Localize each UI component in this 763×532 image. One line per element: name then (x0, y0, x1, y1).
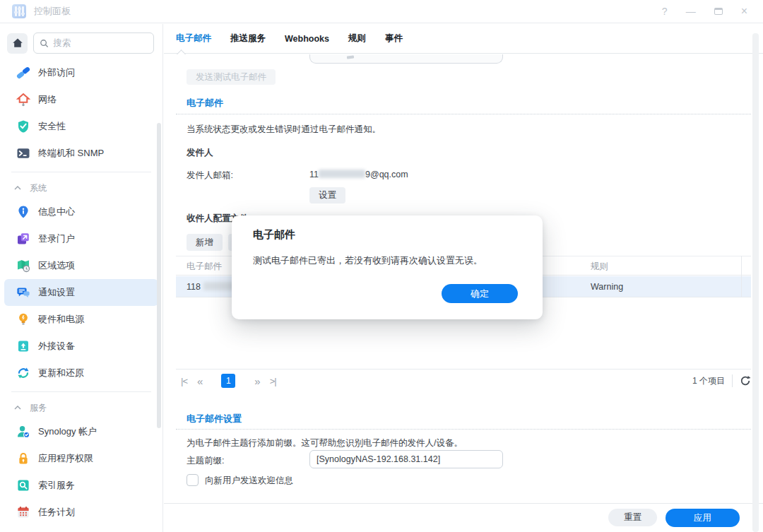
sidebar-item-info-center[interactable]: 信息中心 (4, 199, 158, 225)
clipped-dropdown-remnant[interactable] (309, 54, 503, 64)
search-input[interactable] (53, 38, 148, 48)
login-portal-icon (16, 232, 30, 246)
dialog-ok-button[interactable]: 确定 (442, 284, 518, 303)
chevron-up-icon (14, 186, 21, 190)
setup-button[interactable]: 设置 (309, 187, 345, 203)
notification-icon (16, 285, 30, 300)
shield-icon (16, 119, 30, 134)
external-device-icon (16, 339, 30, 353)
minimize-icon[interactable]: — (686, 6, 696, 16)
sidebar-item-external-devices[interactable]: 外接设备 (4, 333, 158, 360)
sidebar-item-notification-settings[interactable]: 通知设置 (4, 279, 158, 306)
regional-map-icon (16, 259, 30, 273)
send-test-email-button[interactable]: 发送测试电子邮件 (187, 69, 276, 85)
sidebar: 外部访问 网络 安全性 终端机和 SNMP 系统 (0, 24, 163, 532)
calendar-icon (16, 505, 30, 519)
sender-email-redacted (319, 170, 365, 178)
email-section-description: 当系统状态更改或发生错误时通过电子邮件通知。 (187, 124, 381, 136)
section-divider (176, 114, 751, 114)
add-button[interactable]: 新增 (187, 234, 223, 251)
sidebar-item-label: 任务计划 (38, 506, 75, 519)
email-settings-description: 为电子邮件主题行添加前缀。这可帮助您识别电子邮件的发件人/设备。 (187, 437, 463, 449)
sender-email-suffix: 9@qq.com (365, 170, 408, 179)
sidebar-item-synology-account[interactable]: Synology 帐户 (4, 418, 158, 445)
tab-webhooks[interactable]: Webhooks (285, 34, 329, 44)
sidebar-item-label: 通知设置 (38, 286, 75, 299)
tab-bar: 电子邮件 推送服务 Webhooks 规则 事件 (164, 24, 763, 54)
sidebar-item-label: 区域选项 (38, 259, 75, 272)
sidebar-item-terminal-snmp[interactable]: 终端机和 SNMP (4, 140, 158, 167)
email-test-dialog: 电子邮件 测试电子邮件已寄出，若没有收到请再次确认设置无误。 确定 (232, 215, 543, 319)
column-header-email[interactable]: 电子邮件 (187, 256, 222, 276)
sidebar-item-network[interactable]: 网络 (4, 86, 158, 113)
column-header-rule[interactable]: 规则 (591, 256, 608, 276)
last-page-icon[interactable]: >| (265, 376, 281, 386)
sidebar-item-hardware-power[interactable]: 硬件和电源 (4, 306, 158, 333)
lock-icon (16, 451, 30, 466)
sidebar-item-task-scheduler[interactable]: 任务计划 (4, 499, 158, 526)
sender-email-value: 119@qq.com (309, 170, 408, 179)
sidebar-item-label: 外部访问 (38, 66, 75, 79)
sidebar-section-system[interactable]: 系统 (0, 177, 162, 199)
sidebar-item-label: 更新和还原 (38, 367, 84, 379)
sidebar-item-label: 外接设备 (38, 340, 75, 353)
sidebar-item-label: 硬件和电源 (38, 313, 84, 326)
reset-button[interactable]: 重置 (608, 509, 657, 526)
sidebar-item-security[interactable]: 安全性 (4, 113, 158, 140)
subject-prefix-input[interactable] (309, 450, 503, 468)
sidebar-item-label: 安全性 (38, 120, 66, 133)
sidebar-item-app-privileges[interactable]: 应用程序权限 (4, 445, 158, 472)
tab-push-service[interactable]: 推送服务 (230, 32, 266, 45)
update-restore-icon (16, 366, 30, 380)
sidebar-section-services[interactable]: 服务 (0, 397, 162, 418)
external-access-icon (16, 66, 30, 80)
sender-header: 发件人 (187, 147, 213, 159)
sidebar-item-update-restore[interactable]: 更新和还原 (4, 360, 158, 386)
help-icon[interactable]: ? (662, 6, 668, 16)
welcome-message-checkbox[interactable] (187, 474, 199, 486)
account-icon (16, 425, 30, 439)
welcome-message-label: 向新用户发送欢迎信息 (205, 475, 293, 487)
close-icon[interactable]: × (741, 6, 747, 17)
row-rule-value: Warning (591, 276, 623, 297)
items-count: 1 个项目 (692, 375, 725, 387)
sidebar-item-indexing-service[interactable]: 索引服务 (4, 472, 158, 499)
tab-email[interactable]: 电子邮件 (176, 32, 211, 45)
subject-prefix-label: 主题前缀: (187, 455, 224, 467)
content-scrollbar[interactable] (752, 33, 759, 532)
info-pin-icon (16, 205, 30, 219)
current-page-badge[interactable]: 1 (221, 374, 235, 388)
tab-events[interactable]: 事件 (385, 32, 403, 45)
refresh-icon[interactable] (740, 375, 751, 386)
sender-email-prefix: 11 (309, 170, 319, 179)
home-icon (12, 37, 23, 49)
sidebar-item-login-portal[interactable]: 登录门户 (4, 225, 158, 252)
dialog-message: 测试电子邮件已寄出，若没有收到请再次确认设置无误。 (253, 254, 483, 267)
sidebar-item-external-access[interactable]: 外部访问 (4, 59, 158, 86)
section-divider (176, 429, 751, 430)
terminal-icon (16, 146, 30, 160)
prev-page-icon[interactable]: « (192, 375, 207, 387)
sidebar-divider (11, 172, 151, 172)
sidebar-item-regional-options[interactable]: 区域选项 (4, 252, 158, 279)
next-page-icon[interactable]: » (249, 375, 264, 387)
footer-divider (164, 503, 763, 504)
tab-rules[interactable]: 规则 (348, 32, 366, 45)
search-box[interactable] (33, 32, 154, 54)
chevron-up-icon (14, 406, 21, 410)
apply-button[interactable]: 应用 (666, 509, 740, 527)
home-button[interactable] (7, 33, 28, 54)
pagination-divider (732, 374, 733, 387)
first-page-icon[interactable]: |< (176, 376, 192, 386)
sender-email-label: 发件人邮箱: (187, 170, 233, 182)
maximize-icon[interactable] (714, 8, 723, 15)
pagination-bar: |< « 1 » >| 1 个项目 (176, 369, 751, 392)
control-panel-icon (12, 4, 26, 18)
sidebar-item-label: 应用程序权限 (38, 452, 93, 465)
sidebar-item-label: 索引服务 (38, 479, 75, 492)
sidebar-section-label: 系统 (30, 182, 47, 194)
sidebar-item-label: 终端机和 SNMP (38, 147, 104, 160)
sidebar-item-label: 信息中心 (38, 206, 75, 218)
sidebar-scrollbar[interactable] (157, 123, 161, 428)
window-title: 控制面板 (34, 5, 71, 18)
